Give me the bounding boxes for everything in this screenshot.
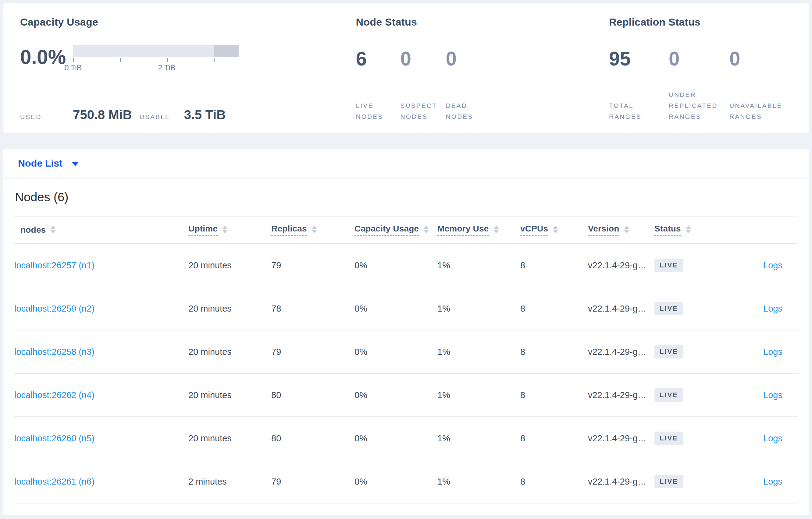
version-cell: v22.1.4-29-g… [588,347,655,357]
replicas-cell: 78 [271,304,354,314]
memory-use-cell: 1% [437,347,520,357]
axis-label: 2 TiB [158,63,176,72]
unavailable-ranges-label: UNAVAILABLE RANGES [729,100,801,122]
unavailable-ranges-count: 0 [729,49,809,69]
under-replicated-ranges-count: 0 [669,49,729,69]
memory-use-cell: 1% [437,261,520,271]
sort-icon [312,226,317,233]
memory-use-cell: 1% [437,433,520,444]
sort-icon [424,226,429,233]
sort-icon [686,226,691,233]
used-value: 750.8 MiB [73,108,132,122]
dead-nodes-label: DEAD NODES [446,100,483,122]
memory-use-cell: 1% [437,304,520,314]
replication-status-section: Replication Status 95 TOTAL RANGES 0 UND… [609,16,809,122]
total-ranges-label: TOTAL RANGES [609,100,655,122]
vcpus-cell: 8 [520,347,588,357]
node-list-dropdown-label: Node List [18,158,62,169]
node-status-title: Node Status [356,16,609,28]
logs-link[interactable]: Logs [763,433,782,443]
column-header-capacity-usage[interactable]: Capacity Usage [354,224,437,236]
replication-status-title: Replication Status [609,16,809,28]
capacity-usage-section: Capacity Usage 0.0% 0 TiB 2 TiB [20,16,356,122]
table-row: localhost:26262 (n4) 20 minutes 80 0% 1%… [14,374,798,417]
axis-tick [120,58,121,62]
total-ranges-metric: 95 TOTAL RANGES [609,44,669,122]
suspect-nodes-label: SUSPECT NODES [401,100,443,122]
capacity-bar-chart: 0 TiB 2 TiB [73,45,239,72]
capacity-usage-cell: 0% [354,477,437,487]
capacity-usage-cell: 0% [354,433,437,444]
vcpus-cell: 8 [520,433,588,444]
chevron-down-icon [71,162,79,166]
capacity-usage-cell: 0% [354,347,437,357]
status-badge: LIVE [655,475,684,488]
table-body: localhost:26257 (n1) 20 minutes 79 0% 1%… [14,244,798,503]
column-header-status[interactable]: Status [655,224,728,236]
version-cell: v22.1.4-29-g… [588,433,655,444]
node-list-dropdown[interactable]: Node List [18,158,79,169]
node-status-section: Node Status 6 LIVE NODES 0 SUSPECT NODES… [356,16,609,122]
sort-icon [553,226,558,233]
logs-link[interactable]: Logs [763,390,782,400]
usable-value: 3.5 TiB [184,108,226,122]
node-link[interactable]: localhost:26261 (n6) [14,477,94,486]
used-label: USED [20,113,73,121]
replicas-cell: 79 [271,347,354,357]
sort-icon [223,226,227,233]
replicas-cell: 79 [271,477,354,487]
uptime-cell: 20 minutes [188,347,271,357]
view-selector-bar: Node List [3,149,809,178]
capacity-bar-reserved-segment [214,45,239,57]
replicas-cell: 80 [271,433,354,444]
table-row: localhost:26260 (n5) 20 minutes 80 0% 1%… [14,417,798,460]
status-badge: LIVE [655,302,684,315]
column-header-memory-use[interactable]: Memory Use [437,224,520,236]
axis-tick [167,58,168,62]
version-cell: v22.1.4-29-g… [588,304,655,314]
vcpus-cell: 8 [520,261,588,271]
version-cell: v22.1.4-29-g… [588,390,655,400]
column-header-vcpus[interactable]: vCPUs [520,224,588,236]
nodes-table-title: Nodes (6) [15,190,68,204]
node-link[interactable]: localhost:26258 (n3) [14,347,94,357]
column-header-uptime[interactable]: Uptime [188,224,271,236]
suspect-nodes-count: 0 [401,49,446,69]
capacity-bar-track [73,45,239,57]
dead-nodes-count: 0 [446,49,492,69]
live-nodes-metric: 6 LIVE NODES [356,44,401,122]
vcpus-cell: 8 [520,477,588,487]
logs-link[interactable]: Logs [763,347,782,357]
column-header-nodes[interactable]: nodes [14,225,188,235]
column-header-version[interactable]: Version [588,224,655,236]
axis-tick [73,58,74,62]
status-badge: LIVE [655,345,684,359]
status-badge: LIVE [655,388,684,402]
suspect-nodes-metric: 0 SUSPECT NODES [401,44,446,122]
capacity-usage-title: Capacity Usage [20,16,356,28]
capacity-usage-cell: 0% [354,390,437,400]
sort-icon [494,226,499,233]
version-cell: v22.1.4-29-g… [588,477,655,487]
under-replicated-ranges-label: UNDER-REPLICATED RANGES [669,89,727,122]
unavailable-ranges-metric: 0 UNAVAILABLE RANGES [729,44,809,122]
node-link[interactable]: localhost:26262 (n4) [14,390,94,400]
capacity-usage-cell: 0% [354,261,437,271]
column-header-replicas[interactable]: Replicas [271,224,354,236]
replicas-cell: 80 [271,390,354,400]
axis-tick [214,58,214,62]
sort-icon [51,226,56,233]
node-link[interactable]: localhost:26257 (n1) [14,261,94,270]
table-row: localhost:26261 (n6) 2 minutes 79 0% 1% … [14,460,798,503]
node-link[interactable]: localhost:26260 (n5) [14,433,94,443]
usable-label: USABLE [140,113,170,121]
sort-icon [624,226,629,233]
uptime-cell: 20 minutes [188,433,271,444]
logs-link[interactable]: Logs [763,261,782,270]
node-link[interactable]: localhost:26259 (n2) [14,304,94,313]
capacity-usage-cell: 0% [354,304,437,314]
logs-link[interactable]: Logs [763,477,782,486]
live-nodes-label: LIVE NODES [356,100,393,122]
logs-link[interactable]: Logs [763,304,782,313]
memory-use-cell: 1% [437,390,520,400]
